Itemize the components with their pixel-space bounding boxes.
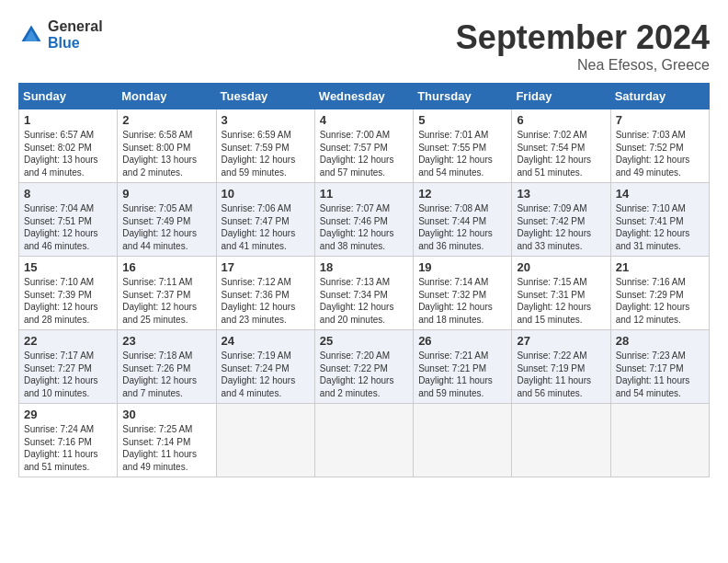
calendar-cell: 30Sunrise: 7:25 AMSunset: 7:14 PMDayligh… <box>118 404 216 477</box>
day-number: 1 <box>24 113 112 127</box>
logo-icon <box>18 22 44 48</box>
day-info: Sunrise: 7:19 AMSunset: 7:24 PMDaylight:… <box>222 350 310 399</box>
day-number: 14 <box>616 187 704 201</box>
day-info: Sunrise: 7:10 AMSunset: 7:39 PMDaylight:… <box>24 276 112 326</box>
calendar-cell <box>610 404 709 477</box>
day-info: Sunrise: 7:20 AMSunset: 7:22 PMDaylight:… <box>320 350 408 399</box>
day-info: Sunrise: 7:18 AMSunset: 7:26 PMDaylight:… <box>122 350 210 399</box>
month-title: September 2024 <box>456 18 710 57</box>
calendar-cell: 12Sunrise: 7:08 AMSunset: 7:44 PMDayligh… <box>414 183 512 257</box>
calendar-cell: 17Sunrise: 7:12 AMSunset: 7:36 PMDayligh… <box>216 257 314 330</box>
day-number: 19 <box>418 260 506 274</box>
calendar-cell: 10Sunrise: 7:06 AMSunset: 7:47 PMDayligh… <box>216 183 314 257</box>
calendar-cell: 29Sunrise: 7:24 AMSunset: 7:16 PMDayligh… <box>19 404 118 477</box>
weekday-header-saturday: Saturday <box>610 84 709 109</box>
weekday-header-row: SundayMondayTuesdayWednesdayThursdayFrid… <box>19 84 710 109</box>
logo-text-blue: Blue <box>48 35 103 52</box>
calendar-cell: 18Sunrise: 7:13 AMSunset: 7:34 PMDayligh… <box>314 257 413 330</box>
calendar-cell: 11Sunrise: 7:07 AMSunset: 7:46 PMDayligh… <box>314 183 413 257</box>
day-number: 5 <box>418 113 506 127</box>
title-area: September 2024 Nea Efesos, Greece <box>456 18 710 74</box>
day-info: Sunrise: 7:17 AMSunset: 7:27 PMDaylight:… <box>24 350 112 399</box>
day-info: Sunrise: 7:16 AMSunset: 7:29 PMDaylight:… <box>616 276 704 326</box>
calendar-cell: 1Sunrise: 6:57 AMSunset: 8:02 PMDaylight… <box>19 109 118 183</box>
calendar-cell: 28Sunrise: 7:23 AMSunset: 7:17 PMDayligh… <box>610 330 709 404</box>
day-info: Sunrise: 7:02 AMSunset: 7:54 PMDaylight:… <box>517 129 605 178</box>
day-number: 4 <box>320 113 408 127</box>
day-number: 9 <box>122 187 210 201</box>
calendar-cell: 23Sunrise: 7:18 AMSunset: 7:26 PMDayligh… <box>118 330 216 404</box>
day-info: Sunrise: 6:58 AMSunset: 8:00 PMDaylight:… <box>122 129 210 178</box>
calendar-cell: 9Sunrise: 7:05 AMSunset: 7:49 PMDaylight… <box>118 183 216 257</box>
calendar-cell: 26Sunrise: 7:21 AMSunset: 7:21 PMDayligh… <box>414 330 512 404</box>
day-number: 11 <box>320 187 408 201</box>
day-info: Sunrise: 7:21 AMSunset: 7:21 PMDaylight:… <box>418 350 506 399</box>
calendar-cell <box>216 404 314 477</box>
calendar-cell: 3Sunrise: 6:59 AMSunset: 7:59 PMDaylight… <box>216 109 314 183</box>
day-number: 12 <box>418 187 506 201</box>
day-info: Sunrise: 7:12 AMSunset: 7:36 PMDaylight:… <box>222 276 310 326</box>
day-number: 13 <box>517 187 605 201</box>
calendar-cell: 16Sunrise: 7:11 AMSunset: 7:37 PMDayligh… <box>118 257 216 330</box>
day-info: Sunrise: 7:06 AMSunset: 7:47 PMDaylight:… <box>222 202 310 252</box>
day-number: 24 <box>222 334 310 348</box>
day-info: Sunrise: 7:25 AMSunset: 7:14 PMDaylight:… <box>122 423 210 473</box>
day-info: Sunrise: 7:15 AMSunset: 7:31 PMDaylight:… <box>517 276 605 326</box>
day-info: Sunrise: 7:13 AMSunset: 7:34 PMDaylight:… <box>320 276 408 326</box>
logo-text-general: General <box>48 18 103 35</box>
calendar-cell: 25Sunrise: 7:20 AMSunset: 7:22 PMDayligh… <box>314 330 413 404</box>
day-number: 22 <box>24 334 112 348</box>
day-info: Sunrise: 7:11 AMSunset: 7:37 PMDaylight:… <box>122 276 210 326</box>
calendar-cell: 13Sunrise: 7:09 AMSunset: 7:42 PMDayligh… <box>512 183 610 257</box>
weekday-header-sunday: Sunday <box>19 84 118 109</box>
calendar-cell: 27Sunrise: 7:22 AMSunset: 7:19 PMDayligh… <box>512 330 610 404</box>
day-number: 18 <box>320 260 408 274</box>
logo: General Blue <box>18 18 103 51</box>
calendar-week-3: 15Sunrise: 7:10 AMSunset: 7:39 PMDayligh… <box>19 257 710 330</box>
location-title: Nea Efesos, Greece <box>456 57 710 74</box>
day-number: 16 <box>122 260 210 274</box>
day-number: 7 <box>616 113 704 127</box>
weekday-header-tuesday: Tuesday <box>216 84 314 109</box>
calendar-cell: 6Sunrise: 7:02 AMSunset: 7:54 PMDaylight… <box>512 109 610 183</box>
day-info: Sunrise: 7:24 AMSunset: 7:16 PMDaylight:… <box>24 423 112 473</box>
calendar-cell: 14Sunrise: 7:10 AMSunset: 7:41 PMDayligh… <box>610 183 709 257</box>
calendar-week-4: 22Sunrise: 7:17 AMSunset: 7:27 PMDayligh… <box>19 330 710 404</box>
day-number: 20 <box>517 260 605 274</box>
day-number: 28 <box>616 334 704 348</box>
day-info: Sunrise: 6:59 AMSunset: 7:59 PMDaylight:… <box>222 129 310 178</box>
calendar-cell <box>512 404 610 477</box>
day-info: Sunrise: 7:05 AMSunset: 7:49 PMDaylight:… <box>122 202 210 252</box>
weekday-header-wednesday: Wednesday <box>314 84 413 109</box>
day-number: 26 <box>418 334 506 348</box>
day-number: 15 <box>24 260 112 274</box>
day-number: 10 <box>222 187 310 201</box>
day-number: 6 <box>517 113 605 127</box>
weekday-header-monday: Monday <box>118 84 216 109</box>
calendar-table: SundayMondayTuesdayWednesdayThursdayFrid… <box>18 83 710 477</box>
calendar-week-2: 8Sunrise: 7:04 AMSunset: 7:51 PMDaylight… <box>19 183 710 257</box>
day-info: Sunrise: 7:10 AMSunset: 7:41 PMDaylight:… <box>616 202 704 252</box>
day-info: Sunrise: 7:01 AMSunset: 7:55 PMDaylight:… <box>418 129 506 178</box>
day-number: 17 <box>222 260 310 274</box>
calendar-cell: 19Sunrise: 7:14 AMSunset: 7:32 PMDayligh… <box>414 257 512 330</box>
day-info: Sunrise: 7:22 AMSunset: 7:19 PMDaylight:… <box>517 350 605 399</box>
calendar-cell: 20Sunrise: 7:15 AMSunset: 7:31 PMDayligh… <box>512 257 610 330</box>
calendar-cell: 4Sunrise: 7:00 AMSunset: 7:57 PMDaylight… <box>314 109 413 183</box>
calendar-cell: 5Sunrise: 7:01 AMSunset: 7:55 PMDaylight… <box>414 109 512 183</box>
day-number: 30 <box>122 408 210 421</box>
day-info: Sunrise: 7:04 AMSunset: 7:51 PMDaylight:… <box>24 202 112 252</box>
calendar-cell: 21Sunrise: 7:16 AMSunset: 7:29 PMDayligh… <box>610 257 709 330</box>
calendar-cell: 2Sunrise: 6:58 AMSunset: 8:00 PMDaylight… <box>118 109 216 183</box>
weekday-header-friday: Friday <box>512 84 610 109</box>
day-info: Sunrise: 7:09 AMSunset: 7:42 PMDaylight:… <box>517 202 605 252</box>
day-info: Sunrise: 6:57 AMSunset: 8:02 PMDaylight:… <box>24 129 112 178</box>
calendar-cell: 15Sunrise: 7:10 AMSunset: 7:39 PMDayligh… <box>19 257 118 330</box>
day-info: Sunrise: 7:07 AMSunset: 7:46 PMDaylight:… <box>320 202 408 252</box>
weekday-header-thursday: Thursday <box>414 84 512 109</box>
day-number: 21 <box>616 260 704 274</box>
day-number: 27 <box>517 334 605 348</box>
day-info: Sunrise: 7:08 AMSunset: 7:44 PMDaylight:… <box>418 202 506 252</box>
day-info: Sunrise: 7:03 AMSunset: 7:52 PMDaylight:… <box>616 129 704 178</box>
calendar-week-1: 1Sunrise: 6:57 AMSunset: 8:02 PMDaylight… <box>19 109 710 183</box>
